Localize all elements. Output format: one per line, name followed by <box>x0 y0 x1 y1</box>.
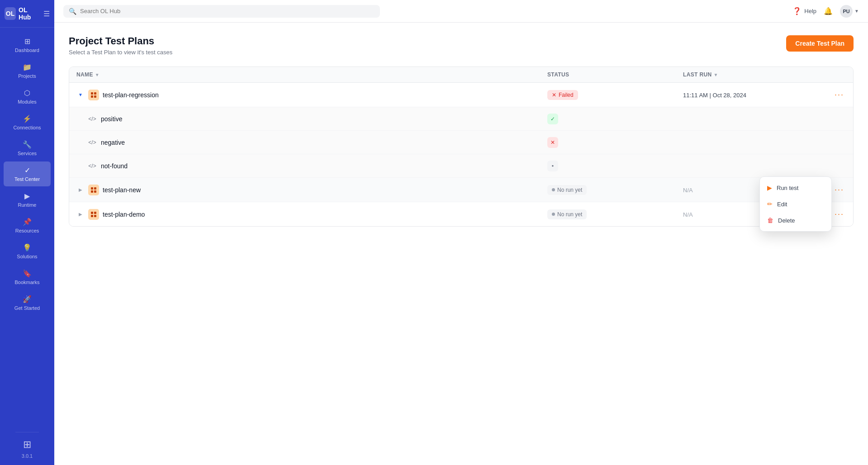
plan-icon-new <box>88 185 99 195</box>
sidebar-item-projects[interactable]: 📁 Projects <box>4 58 51 83</box>
last-run-sort-icon[interactable]: ▼ <box>714 72 718 77</box>
code-icon-not-found: </> <box>87 161 97 171</box>
row-label-demo: test-plan-demo <box>103 211 145 218</box>
sidebar: OL OL Hub ☰ ⊞ Dashboard 📁 Projects ⬡ Mod… <box>0 0 54 465</box>
sidebar-nav: ⊞ Dashboard 📁 Projects ⬡ Modules ⚡ Conne… <box>0 28 54 432</box>
dashboard-icon: ⊞ <box>24 37 30 46</box>
search-box[interactable]: 🔍 <box>63 5 380 18</box>
col-last-run-header: Last Run ▼ <box>683 71 819 78</box>
name-sort-icon[interactable]: ▼ <box>95 72 100 77</box>
svg-rect-7 <box>94 190 96 193</box>
sidebar-item-test-center[interactable]: ✓ Test Center <box>4 161 51 186</box>
last-run-value-new: N/A <box>683 187 693 194</box>
delete-label: Delete <box>778 217 795 224</box>
table-header: Name ▼ Status Last Run ▼ <box>69 67 853 83</box>
delete-icon: 🗑 <box>767 217 773 224</box>
edit-label: Edit <box>777 201 787 208</box>
row-label-regression: test-plan-regression <box>103 91 159 99</box>
sidebar-logo[interactable]: OL OL Hub ☰ <box>0 0 54 28</box>
create-test-plan-button[interactable]: Create Test Plan <box>786 35 854 52</box>
expand-btn-regression[interactable]: ▼ <box>76 91 85 99</box>
table-row: ▼ test-plan-regression ✕ Failed 11:11 AM… <box>69 83 853 107</box>
status-cell-new: No run yet <box>547 185 683 195</box>
plan-icon-regression <box>88 90 99 100</box>
bell-icon[interactable]: 🔔 <box>824 7 833 15</box>
dot-icon-demo <box>552 213 555 216</box>
row-name-new: ▶ test-plan-new <box>76 185 547 195</box>
context-menu-edit[interactable]: ✏ Edit <box>760 196 831 212</box>
last-run-cell-regression: 11:11 AM | Oct 28, 2024 <box>683 91 819 99</box>
main-area: 🔍 ❓ Help 🔔 PU ▼ Project Test Plans Selec… <box>54 0 868 465</box>
expand-btn-demo[interactable]: ▶ <box>76 210 85 218</box>
actions-cell-regression: ··· <box>819 88 846 101</box>
sidebar-label-modules: Modules <box>18 99 37 104</box>
status-badge-regression: ✕ Failed <box>547 90 578 100</box>
sidebar-label-runtime: Runtime <box>18 202 37 208</box>
help-icon: ❓ <box>792 7 802 15</box>
test-plans-table: Name ▼ Status Last Run ▼ ▼ <box>69 66 854 227</box>
sidebar-item-services[interactable]: 🔧 Services <box>4 136 51 161</box>
sidebar-item-runtime[interactable]: ▶ Runtime <box>4 187 51 212</box>
context-menu-delete[interactable]: 🗑 Delete <box>760 212 831 228</box>
chevron-down-icon: ▼ <box>854 9 859 14</box>
status-badge-new: No run yet <box>547 185 587 195</box>
col-status-header: Status <box>547 71 683 78</box>
connections-icon: ⚡ <box>23 114 32 123</box>
projects-icon: 📁 <box>23 63 32 71</box>
topbar-right: ❓ Help 🔔 PU ▼ <box>792 5 859 18</box>
user-dropdown[interactable]: PU ▼ <box>840 5 859 18</box>
svg-rect-0 <box>91 92 93 95</box>
col-actions-header <box>819 71 846 78</box>
row-name-regression: ▼ test-plan-regression <box>76 90 547 100</box>
runtime-icon: ▶ <box>24 192 30 200</box>
modules-icon: ⬡ <box>24 89 30 97</box>
sidebar-item-solutions[interactable]: 💡 Solutions <box>4 239 51 264</box>
sidebar-toggle-icon[interactable]: ☰ <box>43 9 50 18</box>
app-name: OL Hub <box>19 6 39 21</box>
sidebar-label-test-center: Test Center <box>14 176 40 182</box>
sidebar-label-resources: Resources <box>15 228 39 233</box>
status-badge-not-found: ● <box>547 161 558 171</box>
expand-btn-new[interactable]: ▶ <box>76 186 85 194</box>
user-avatar: PU <box>840 5 853 18</box>
svg-rect-9 <box>94 212 96 214</box>
status-cell-regression: ✕ Failed <box>547 90 683 100</box>
row-label-negative: negative <box>101 139 125 146</box>
search-icon: 🔍 <box>69 8 76 15</box>
sidebar-item-dashboard[interactable]: ⊞ Dashboard <box>4 33 51 57</box>
sidebar-label-projects: Projects <box>18 73 36 79</box>
svg-rect-1 <box>94 92 96 95</box>
solutions-icon: 💡 <box>23 243 32 252</box>
search-input[interactable] <box>80 8 375 14</box>
svg-rect-11 <box>94 215 96 217</box>
table-row: </> not-found ● <box>69 154 853 178</box>
row-name-not-found: </> not-found <box>87 161 547 171</box>
resources-icon: 📌 <box>23 218 32 226</box>
table-row: </> negative ✕ <box>69 131 853 154</box>
row-label-new: test-plan-new <box>103 186 141 194</box>
sidebar-label-connections: Connections <box>13 125 41 130</box>
sidebar-item-modules[interactable]: ⬡ Modules <box>4 84 51 109</box>
sidebar-item-get-started[interactable]: 🚀 Get Started <box>4 290 51 315</box>
logo-icon: OL <box>5 7 16 20</box>
context-menu-run-test[interactable]: ▶ Run test <box>760 180 831 196</box>
dot-icon-new <box>552 188 555 191</box>
failed-x-icon: ✕ <box>552 92 556 98</box>
row-name-demo: ▶ test-plan-demo <box>76 209 547 220</box>
sidebar-item-bookmarks[interactable]: 🔖 Bookmarks <box>4 265 51 289</box>
code-icon-positive: </> <box>87 114 97 124</box>
code-icon-negative: </> <box>87 138 97 147</box>
sidebar-item-connections[interactable]: ⚡ Connections <box>4 110 51 135</box>
sidebar-bottom: ⊞ 3.0.1 <box>15 432 39 465</box>
more-actions-regression[interactable]: ··· <box>819 88 846 101</box>
sidebar-label-services: Services <box>18 151 37 156</box>
get-started-icon: 🚀 <box>23 295 32 304</box>
sidebar-item-resources[interactable]: 📌 Resources <box>4 213 51 238</box>
x-icon-negative: ✕ <box>550 139 555 146</box>
run-test-label: Run test <box>777 185 798 191</box>
svg-rect-10 <box>91 215 93 217</box>
svg-rect-4 <box>91 187 93 190</box>
help-button[interactable]: ❓ Help <box>792 7 816 15</box>
run-test-icon: ▶ <box>767 184 772 191</box>
check-icon-positive: ✓ <box>550 116 555 122</box>
